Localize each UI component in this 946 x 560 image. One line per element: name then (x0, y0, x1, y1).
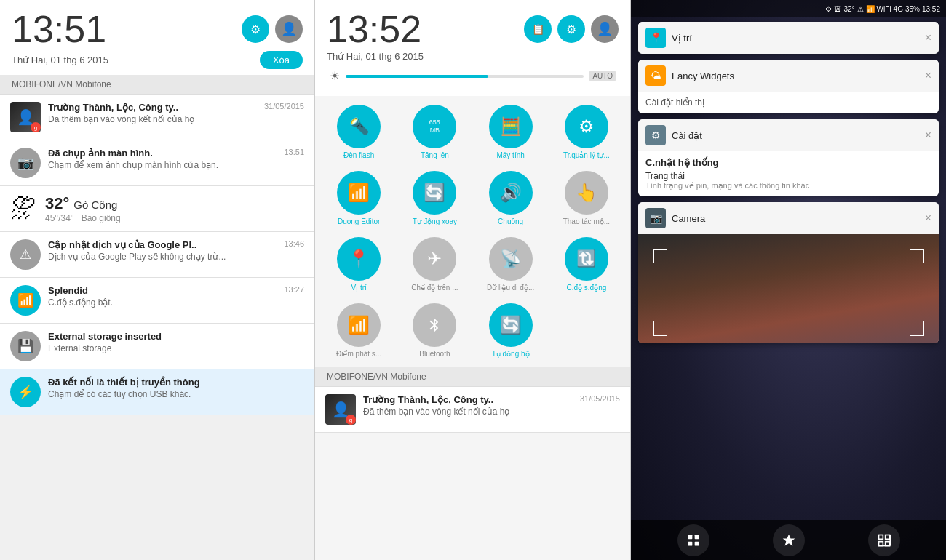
taskmanager-circle: ⚙ (565, 105, 608, 148)
avatar[interactable]: 👤 (275, 15, 303, 43)
recent-apps-button[interactable] (677, 524, 710, 556)
panel2-avatar[interactable]: 👤 (591, 15, 619, 43)
notif-storage-content: External storage inserted External stora… (48, 331, 304, 353)
panel2-carrier: MOBIFONE/VN Mobifone (315, 367, 630, 387)
panel2-time: 13:52 (327, 10, 421, 48)
bottom-nav-bar (631, 520, 946, 560)
settings-card-icon: ⚙ (645, 125, 666, 145)
hotspot-circle: 📶 (337, 303, 381, 347)
notification-list: 👤 g Trường Thành, Lộc, Công ty.. Đã thêm… (0, 95, 314, 560)
notif-social-content: Trường Thành, Lộc, Công ty.. Đã thêm bạn… (48, 102, 257, 124)
camera-close-button[interactable]: × (925, 212, 931, 225)
brightness-auto-label[interactable]: AUTO (589, 71, 616, 81)
notif-splendid-icon: 📶 (10, 285, 41, 316)
brightness-bar[interactable] (346, 75, 584, 78)
panel2-header: 13:52 📋 ⚙ 👤 Thứ Hai, 01 thg 6 2015 ☀ AUT… (315, 0, 630, 96)
time-row: 13:51 ⚙ 👤 (12, 10, 303, 48)
hotspot-label: Điểm phát s... (336, 350, 381, 358)
status-icons: ⚙ 🖼 32° ⚠ 📶 WiFi 4G 35% 13:52 (825, 5, 940, 13)
status-temp: 32° (843, 5, 854, 13)
notif-storage[interactable]: 💾 External storage inserted External sto… (0, 324, 314, 369)
grid-view-button[interactable] (868, 524, 900, 556)
notif-storage-icon: 💾 (10, 331, 41, 361)
bluetooth-circle (413, 303, 456, 347)
notif-splendid[interactable]: 📶 Splendid C.độ s.động bật. 13:27 (0, 278, 314, 324)
cdo-circle: 🔃 (565, 237, 608, 281)
recent-card-camera[interactable]: 📷 Camera × (638, 202, 939, 343)
quick-btn-mobiledata[interactable]: 📡 Dữ liệu di độ... (473, 231, 549, 297)
recent-card-settings[interactable]: ⚙ Cài đặt × C.nhật hệ thống Trạng thái T… (638, 119, 939, 196)
quick-btn-wifi[interactable]: 📶 Duong Editor (321, 165, 397, 231)
airplane-label: Chế độ trên ... (411, 284, 458, 292)
settings-icon[interactable]: ⚙ (242, 15, 269, 43)
fancy-content: Cài đặt hiển thị (638, 92, 939, 113)
custom-action-button[interactable] (773, 524, 805, 556)
notif-social[interactable]: 👤 g Trường Thành, Lộc, Công ty.. Đã thêm… (0, 95, 314, 140)
notif-splendid-time: 13:27 (284, 285, 304, 294)
mobiledata-circle: 📡 (489, 237, 533, 281)
notif-weather[interactable]: ⛈ 32° Gò Công 45°/34° Bão giông (0, 186, 314, 232)
settings-content-sub: Trạng thái Tình trạng về pin, mạng và cá… (645, 171, 931, 191)
quick-btn-calc[interactable]: 🧮 Máy tính (473, 99, 549, 165)
svg-rect-7 (885, 541, 889, 545)
notif-google[interactable]: ⚠ Cập nhật dịch vụ của Google Pl.. Dịch … (0, 232, 314, 278)
settings-close-button[interactable]: × (925, 129, 931, 142)
notif-screenshot-time: 13:51 (284, 148, 304, 156)
camera-corner-tl (653, 249, 667, 263)
taskmanager-label: Tr.quản lý tự... (563, 151, 610, 159)
notif-google-icon: ⚠ (10, 239, 41, 270)
notif-usb[interactable]: ⚡ Đã kết nối là thiết bị truyền thông Ch… (0, 369, 314, 415)
brightness-icon: ☀ (330, 69, 340, 83)
quick-btn-ram[interactable]: 655MB Tăng lên (397, 99, 472, 165)
vitri-close-button[interactable]: × (925, 31, 931, 44)
panel2-notif-social-content: Trường Thành, Lộc, Công ty.. Đã thêm bạn… (363, 394, 573, 417)
quick-btn-airplane[interactable]: ✈ Chế độ trên ... (397, 231, 472, 297)
panel2-notif-profile-icon: 👤 g (325, 394, 356, 425)
quick-btn-gesture[interactable]: 👆 Thao tác mộ... (549, 165, 624, 231)
settings-content: C.nhật hệ thống Trạng thái Tình trạng về… (638, 151, 939, 196)
panel2-settings-icon[interactable]: ⚙ (557, 15, 585, 43)
weather-range: 45°/34° Bão giông (45, 213, 121, 223)
svg-rect-1 (694, 535, 699, 539)
quick-btn-location[interactable]: 📍 Vị trí (321, 231, 397, 297)
notif-splendid-subtitle: C.độ s.động bật. (48, 297, 277, 308)
notif-google-time: 13:46 (284, 239, 304, 248)
notif-screenshot[interactable]: 📷 Đã chụp ảnh màn hình. Chạm để xem ảnh … (0, 140, 314, 186)
quick-btn-sync[interactable]: 🔄 Tự đồng bộ (473, 297, 549, 364)
panel2-notes-icon[interactable]: 📋 (524, 15, 552, 43)
notif-usb-content: Đã kết nối là thiết bị truyền thông Chạm… (48, 377, 304, 399)
clear-button[interactable]: Xóa (260, 51, 303, 69)
panel2-header-icons: 📋 ⚙ 👤 (524, 15, 619, 43)
recent-card-vitri[interactable]: 📍 Vị trí × (638, 22, 939, 54)
settings-status-desc: Tình trạng về pin, mạng và các thông tin… (645, 181, 931, 191)
quick-btn-cdo[interactable]: 🔃 C.độ s.động (549, 231, 624, 297)
panel2-date-row: Thứ Hai, 01 thg 6 2015 (327, 51, 619, 62)
quick-btn-hotspot[interactable]: 📶 Điểm phát s... (321, 297, 397, 364)
panel2-notif-social[interactable]: 👤 g Trường Thành, Lộc, Công ty.. Đã thêm… (315, 387, 630, 433)
quick-btn-bluetooth[interactable]: Bluetooth (397, 297, 472, 364)
panel2-notif-subtitle: Đã thêm bạn vào vòng kết nối của họ (363, 407, 573, 417)
quick-btn-autorotate[interactable]: 🔄 Tự động xoay (397, 165, 472, 231)
quick-btn-taskmanager[interactable]: ⚙ Tr.quản lý tự... (549, 99, 624, 165)
notif-storage-subtitle: External storage (48, 343, 304, 353)
camera-corner-br (910, 321, 924, 336)
panel2-notif-title: Trường Thành, Lộc, Công ty.. (363, 394, 573, 405)
vitri-title: Vị trí (672, 33, 919, 44)
header-icons: ⚙ 👤 (242, 15, 303, 43)
mobiledata-label: Dữ liệu di độ... (487, 284, 534, 292)
svg-rect-6 (878, 541, 883, 545)
quick-btn-sound[interactable]: 🔊 Chuông (473, 165, 549, 231)
fancy-close-button[interactable]: × (925, 69, 931, 82)
recent-card-fancy[interactable]: 🌤 Fancy Widgets × Cài đặt hiển thị (638, 60, 939, 113)
sync-label: Tự đồng bộ (492, 350, 530, 358)
settings-card-title: Cài đặt (672, 130, 919, 141)
quick-btn-flash[interactable]: 🔦 Đèn flash (321, 99, 397, 165)
settings-content-title: C.nhật hệ thống (645, 157, 931, 168)
quick-settings-panel: 13:52 📋 ⚙ 👤 Thứ Hai, 01 thg 6 2015 ☀ AUT… (315, 0, 631, 560)
recent-card-fancy-header: 🌤 Fancy Widgets × (638, 60, 939, 92)
svg-rect-3 (694, 541, 699, 545)
status-battery: 35% (905, 5, 920, 13)
notification-panel: 13:51 ⚙ 👤 Thứ Hai, 01 thg 6 2015 Xóa MOB… (0, 0, 315, 560)
panel2-date: Thứ Hai, 01 thg 6 2015 (327, 51, 424, 62)
notif-screenshot-icon: 📷 (10, 148, 41, 178)
